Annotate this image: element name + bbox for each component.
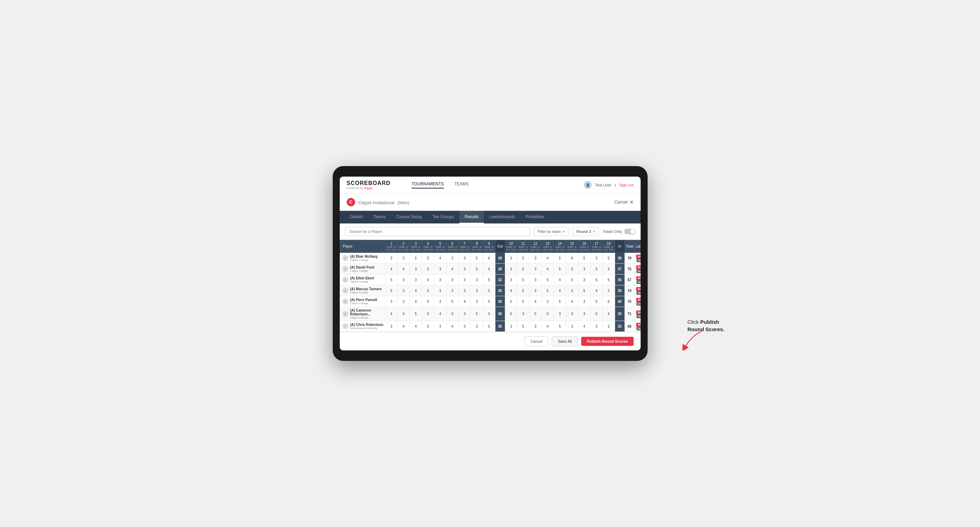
score-hole-10[interactable]: 4 [505,285,517,296]
score-hole-5[interactable]: 3 [434,296,447,307]
cancel-button[interactable]: Cancel [525,337,548,346]
score-hole-14[interactable]: 4 [554,275,566,285]
nav-tournaments[interactable]: TOURNAMENTS [412,181,444,189]
score-hole-5[interactable]: 4 [434,253,447,264]
score-hole-6[interactable]: 3 [446,285,458,296]
score-hole-4[interactable]: 4 [422,275,434,285]
score-hole-5[interactable]: 3 [434,321,447,332]
score-hole-15[interactable]: 4 [566,296,578,307]
score-hole-7[interactable]: 3 [458,275,471,285]
score-hole-2[interactable]: 4 [398,307,410,321]
score-hole-7[interactable]: 3 [458,285,471,296]
score-hole-1[interactable]: 5 [385,275,398,285]
score-hole-18[interactable]: 3 [603,321,615,332]
score-hole-16[interactable]: 3 [578,307,590,321]
score-hole-15[interactable]: 3 [566,275,578,285]
wd-badge[interactable]: WD [636,311,640,314]
score-hole-16[interactable]: 5 [578,253,590,264]
score-hole-1[interactable]: 4 [385,307,398,321]
nav-teams[interactable]: TEAMS [455,181,469,189]
score-hole-9[interactable]: 5 [483,321,495,332]
score-hole-3[interactable]: 4 [410,321,422,332]
score-hole-2[interactable]: 3 [398,285,410,296]
score-label[interactable]: WD DQ [634,285,640,296]
score-hole-11[interactable]: 5 [517,285,529,296]
score-hole-7[interactable]: 3 [458,307,471,321]
score-hole-10[interactable]: 5 [505,296,517,307]
score-hole-12[interactable]: 4 [529,296,542,307]
score-hole-7[interactable]: 4 [458,296,471,307]
publish-round-scores-button[interactable]: Publish Round Scores [581,337,633,346]
score-hole-9[interactable]: 5 [483,285,495,296]
wd-badge[interactable]: WD [636,298,640,302]
wd-badge[interactable]: WD [636,265,640,269]
score-hole-10[interactable]: 3 [505,321,517,332]
score-hole-4[interactable]: 3 [422,264,434,275]
score-hole-3[interactable]: 5 [410,253,422,264]
score-hole-11[interactable]: 3 [517,307,529,321]
score-hole-12[interactable]: 3 [529,275,542,285]
score-hole-8[interactable]: 3 [471,321,483,332]
score-hole-18[interactable]: 5 [603,275,615,285]
score-hole-5[interactable]: 3 [434,285,447,296]
score-hole-6[interactable]: 4 [446,321,458,332]
score-hole-17[interactable]: 4 [590,285,603,296]
score-hole-10[interactable]: 3 [505,253,517,264]
score-hole-18[interactable]: 6 [603,296,615,307]
score-hole-9[interactable]: 6 [483,253,495,264]
score-hole-4[interactable]: 5 [422,296,434,307]
dq-badge[interactable]: DQ [636,314,641,318]
score-hole-14[interactable]: 5 [554,253,566,264]
score-hole-6[interactable]: 5 [446,296,458,307]
score-hole-2[interactable]: 4 [398,321,410,332]
dq-badge[interactable]: DQ [636,259,641,262]
score-label[interactable]: WD DQ [634,264,640,275]
tab-teams[interactable]: Teams [368,211,391,224]
score-hole-1[interactable]: 4 [385,264,398,275]
score-hole-3[interactable]: 3 [410,264,422,275]
tab-course-setup[interactable]: Course Setup [391,211,427,224]
score-hole-10[interactable]: 3 [505,264,517,275]
score-hole-10[interactable]: 3 [505,275,517,285]
round-select[interactable]: Round 3 ▼ [573,227,600,236]
filter-by-team-select[interactable]: Filter by team ▼ [533,227,569,236]
save-all-button[interactable]: Save All [552,337,578,346]
score-hole-18[interactable]: 4 [603,307,615,321]
score-hole-17[interactable]: 3 [590,253,603,264]
score-hole-6[interactable]: 3 [446,275,458,285]
score-hole-7[interactable]: 3 [458,264,471,275]
score-hole-16[interactable]: 3 [578,296,590,307]
score-hole-15[interactable]: 6 [566,253,578,264]
score-hole-13[interactable]: 4 [542,253,554,264]
score-hole-7[interactable]: 3 [458,253,471,264]
score-hole-9[interactable]: 4 [483,264,495,275]
score-hole-1[interactable]: 3 [385,253,398,264]
tab-printables[interactable]: Printables [520,211,549,224]
score-hole-2[interactable]: 3 [398,275,410,285]
dq-badge[interactable]: DQ [636,327,641,330]
score-hole-3[interactable]: 4 [410,285,422,296]
score-hole-5[interactable]: 4 [434,307,447,321]
score-hole-4[interactable]: 5 [422,253,434,264]
dq-badge[interactable]: DQ [636,291,641,295]
score-hole-16[interactable]: 3 [578,275,590,285]
score-hole-12[interactable]: 3 [529,321,542,332]
score-hole-4[interactable]: 3 [422,307,434,321]
score-label[interactable]: WD DQ [634,275,640,285]
score-hole-8[interactable]: 3 [471,296,483,307]
score-hole-9[interactable]: 3 [483,307,495,321]
score-hole-12[interactable]: 3 [529,285,542,296]
score-hole-10[interactable]: 6 [505,307,517,321]
score-hole-13[interactable]: 3 [542,307,554,321]
tab-leaderboards[interactable]: Leaderboards [484,211,520,224]
score-hole-3[interactable]: 5 [410,307,422,321]
score-hole-13[interactable]: 5 [542,285,554,296]
score-hole-11[interactable]: 5 [517,296,529,307]
score-label[interactable]: WD DQ [634,307,640,321]
score-hole-8[interactable]: 5 [471,253,483,264]
wd-badge[interactable]: WD [636,255,640,259]
score-hole-5[interactable]: 3 [434,264,447,275]
score-hole-15[interactable]: 3 [566,264,578,275]
tab-tee-groups[interactable]: Tee Groups [427,211,460,224]
score-hole-11[interactable]: 5 [517,264,529,275]
